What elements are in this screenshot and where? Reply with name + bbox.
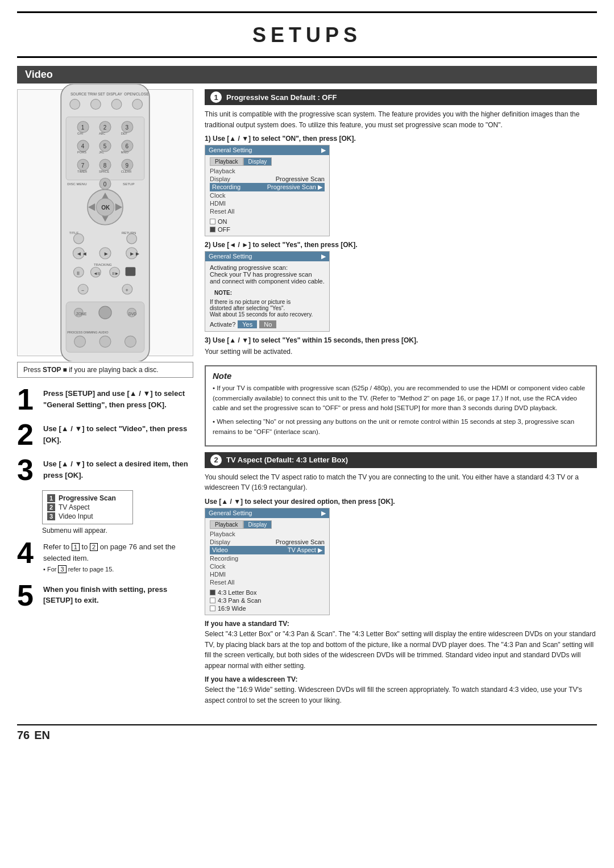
note-box: Note • If your TV is compatible with pro… bbox=[205, 365, 597, 446]
panel1-row-hdmi: HDMI bbox=[210, 199, 325, 207]
svg-text:CLEAR: CLEAR bbox=[121, 169, 132, 173]
menu-item-tv-aspect: 2 TV Aspect bbox=[47, 503, 128, 512]
note-body: • If your TV is compatible with progress… bbox=[213, 383, 589, 437]
section1-step3-note: Your setting will be activated. bbox=[205, 347, 597, 357]
svg-text:OPEN/CLOSE: OPEN/CLOSE bbox=[124, 92, 149, 96]
svg-point-6 bbox=[90, 99, 101, 109]
tv-aspect-options: 4:3 Letter Box 4:3 Pan & Scan 16:9 Wide bbox=[210, 589, 325, 612]
svg-text:9: 9 bbox=[126, 162, 129, 168]
step-3-left: 3 Use [▲ / ▼] to select a desired item, … bbox=[17, 455, 193, 485]
cb-43panscan bbox=[210, 598, 215, 603]
svg-text:MNO: MNO bbox=[121, 151, 129, 154]
svg-text:7: 7 bbox=[81, 162, 85, 168]
remote-svg: SOURCE TRIM SET DISPLAY OPEN/CLOSE 1 2 bbox=[48, 84, 162, 362]
activate-yes-btn[interactable]: Yes bbox=[238, 320, 257, 328]
section1-number: 1 bbox=[210, 91, 222, 103]
svg-text:6: 6 bbox=[126, 143, 129, 149]
activate-question: Activate? bbox=[210, 321, 235, 328]
section2-number: 2 bbox=[210, 454, 222, 466]
step-3-number: 3 bbox=[17, 455, 39, 485]
panel1-row-resetall: Reset All bbox=[210, 207, 325, 215]
step-4-left: 4 Refer to 1 to 2 on page 76 and set the… bbox=[17, 538, 193, 575]
activate-footer: Activate? Yes No bbox=[210, 320, 325, 328]
step-5-text: When you finish with setting, press [SET… bbox=[43, 581, 193, 606]
step-1-number: 1 bbox=[17, 385, 39, 414]
step-1-text: Press [SETUP] and use [▲ / ▼] to select … bbox=[43, 385, 193, 410]
activate-note-text: If there is no picture or picture is dis… bbox=[210, 299, 325, 318]
tv-aspect-panel-body: Playback Display Playback DisplayProgres… bbox=[205, 518, 329, 615]
section1-body: This unit is compatible with the progres… bbox=[205, 109, 597, 130]
svg-text:TRACKING: TRACKING bbox=[94, 262, 112, 266]
step-5-number: 5 bbox=[17, 581, 39, 610]
svg-text:ZONE: ZONE bbox=[76, 311, 87, 315]
panel1-row-display: DisplayProgressive Scan bbox=[210, 175, 325, 183]
section2-body: You should select the TV aspect ratio to… bbox=[205, 472, 597, 493]
svg-point-73 bbox=[99, 306, 111, 319]
page-title: SETUPS bbox=[17, 11, 597, 58]
press-stop-box: Press STOP ■ if you are playing back a d… bbox=[17, 362, 193, 378]
tv-panel-clock: Clock bbox=[210, 562, 325, 570]
svg-text:TRIM SET: TRIM SET bbox=[88, 92, 105, 96]
section1-substep1-label: 1) Use [▲ / ▼] to select "ON", then pres… bbox=[205, 135, 597, 143]
page-number: 76 bbox=[17, 729, 30, 742]
cb-43letterbox bbox=[210, 590, 215, 595]
svg-text:3: 3 bbox=[126, 124, 129, 131]
svg-point-51 bbox=[127, 233, 137, 244]
section-progressive-scan: 1 Progressive Scan Default : OFF This un… bbox=[205, 89, 597, 357]
svg-point-78 bbox=[99, 336, 111, 347]
cb-169wide bbox=[210, 606, 215, 611]
step-2-number: 2 bbox=[17, 420, 39, 449]
svg-text:◄II: ◄II bbox=[93, 270, 100, 276]
svg-text:◄◄: ◄◄ bbox=[76, 251, 88, 257]
section1-substep2-label: 2) Use [◄ / ►] to select "Yes", then pre… bbox=[205, 241, 597, 249]
submenu-note: Submenu will appear. bbox=[42, 527, 193, 535]
option-43letterbox: 4:3 Letter Box bbox=[210, 589, 325, 596]
svg-text:2: 2 bbox=[103, 124, 107, 131]
left-column: SOURCE TRIM SET DISPLAY OPEN/CLOSE 1 2 bbox=[17, 89, 193, 616]
if-widescreen-tv-heading: If you have a widescreen TV: bbox=[205, 675, 597, 683]
svg-text:►►: ►► bbox=[129, 251, 140, 257]
activate-panel-title: General Setting▶ bbox=[205, 252, 329, 261]
tv-panel-recording: Recording bbox=[210, 554, 325, 562]
tv-tab-display: Display bbox=[243, 520, 272, 529]
svg-text:PROCESS DIMMING AUDIO: PROCESS DIMMING AUDIO bbox=[67, 330, 109, 333]
svg-text:+: + bbox=[126, 287, 128, 293]
svg-text:GHI: GHI bbox=[77, 131, 83, 135]
svg-text:−: − bbox=[81, 287, 84, 293]
section2-header: 2 TV Aspect (Default: 4:3 Letter Box) bbox=[205, 452, 597, 468]
tab-playback: Playback bbox=[210, 157, 243, 166]
svg-text:II: II bbox=[77, 270, 80, 276]
svg-text:JKL: JKL bbox=[99, 151, 105, 154]
tv-aspect-panel: General Setting▶ Playback Display Playba… bbox=[205, 508, 330, 615]
svg-text:TIMER: TIMER bbox=[77, 169, 87, 173]
activate-panel: General Setting▶ Activating progressive … bbox=[205, 251, 330, 332]
note-title: Note bbox=[213, 371, 589, 381]
svg-text:►: ► bbox=[103, 251, 109, 257]
section-header: Video bbox=[17, 66, 597, 84]
settings-panel-1: General Setting▶ Playback Display Playba… bbox=[205, 145, 330, 236]
if-standard-tv-heading: If you have a standard TV: bbox=[205, 620, 597, 628]
step-3-text: Use [▲ / ▼] to select a desired item, th… bbox=[43, 455, 193, 481]
svg-text:0: 0 bbox=[103, 181, 107, 187]
activate-no-btn[interactable]: No bbox=[259, 320, 276, 328]
svg-text:OK: OK bbox=[101, 205, 110, 211]
option-on: ON bbox=[210, 218, 325, 226]
step-2-left: 2 Use [▲ / ▼] to select "Video", then pr… bbox=[17, 420, 193, 449]
step-5-left: 5 When you finish with setting, press [S… bbox=[17, 581, 193, 610]
svg-text:5: 5 bbox=[103, 143, 107, 149]
option-169wide: 16:9 Wide bbox=[210, 604, 325, 612]
panel1-title: General Setting▶ bbox=[205, 145, 329, 155]
right-column: 1 Progressive Scan Default : OFF This un… bbox=[205, 89, 597, 714]
option-off: OFF bbox=[210, 226, 325, 233]
step-2-text: Use [▲ / ▼] to select "Video", then pres… bbox=[43, 420, 193, 445]
svg-text:1: 1 bbox=[81, 124, 85, 131]
svg-text:DEF: DEF bbox=[121, 131, 128, 135]
svg-text:DISC MENU: DISC MENU bbox=[67, 181, 86, 185]
if-widescreen-tv-text: Select the "16:9 Wide" setting. Widescre… bbox=[205, 685, 597, 706]
menu-item-video-input: 3 Video Input bbox=[47, 512, 128, 521]
activate-note-label: NOTE: bbox=[210, 287, 325, 299]
svg-text:4: 4 bbox=[81, 143, 85, 149]
step-4-number: 4 bbox=[17, 538, 39, 567]
section-tv-aspect: 2 TV Aspect (Default: 4:3 Letter Box) Yo… bbox=[205, 452, 597, 706]
section1-substep3-label: 3) Use [▲ / ▼] to select "Yes" within 15… bbox=[205, 336, 597, 344]
